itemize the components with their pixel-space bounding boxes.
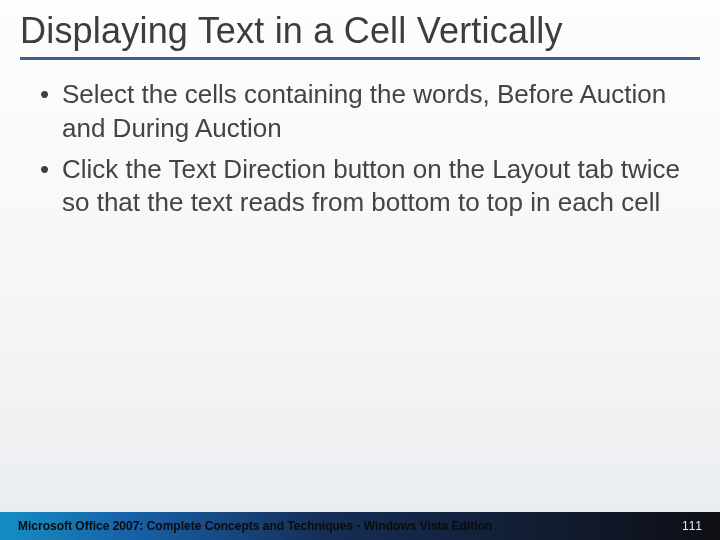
slide-title: Displaying Text in a Cell Vertically [20,10,700,51]
bullet-list: Select the cells containing the words, B… [36,78,684,219]
list-item: Select the cells containing the words, B… [36,78,684,145]
slide: Displaying Text in a Cell Vertically Sel… [0,0,720,540]
content-block: Select the cells containing the words, B… [0,60,720,219]
footer-text: Microsoft Office 2007: Complete Concepts… [18,519,670,533]
list-item: Click the Text Direction button on the L… [36,153,684,220]
page-number: 111 [670,519,702,533]
footer-bar: Microsoft Office 2007: Complete Concepts… [0,512,720,540]
title-block: Displaying Text in a Cell Vertically [0,0,720,51]
